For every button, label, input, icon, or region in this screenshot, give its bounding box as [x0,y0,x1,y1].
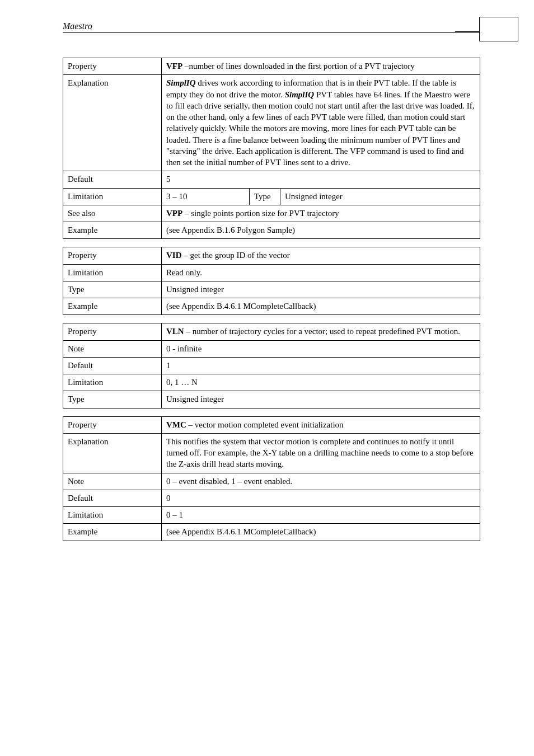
property-desc: –number of lines downloaded in the first… [182,62,415,71]
table-vfp: Property VFP –number of lines downloaded… [63,58,480,239]
row-value: 5 [162,171,480,188]
table-row: Limitation 0, 1 … N [63,374,480,391]
product-name: SimplIQ [285,90,315,99]
row-label: Property [63,247,162,264]
table-row: Type Unsigned integer [63,391,480,408]
row-label: Example [63,298,162,315]
row-value: Unsigned integer [162,391,480,408]
see-also-name: VPP [166,209,182,218]
row-value: 0 [162,490,480,506]
row-label: Property [63,58,162,75]
row-label: Explanation [63,433,162,473]
property-name: VMC [166,420,186,429]
row-label: Property [63,323,162,340]
row-label: Type [63,391,162,408]
table-row: Property VMC – vector motion completed e… [63,416,480,433]
row-value: VMC – vector motion completed event init… [162,416,480,433]
table-row: Default 5 [63,171,480,188]
row-label: Type [63,281,162,298]
table-row: Limitation Read only. [63,264,480,281]
property-name: VLN [166,327,184,336]
row-label: Limitation [63,374,162,391]
table-row: Note 0 - infinite [63,340,480,357]
row-value: Read only. [162,264,480,281]
table-row: Example (see Appendix B.1.6 Polygon Samp… [63,222,480,239]
table-row: See also VPP – single points portion siz… [63,205,480,222]
table-vln: Property VLN – number of trajectory cycl… [63,323,480,408]
row-label: Limitation [63,264,162,281]
row-value: (see Appendix B.1.6 Polygon Sample) [162,222,480,239]
row-value: (see Appendix B.4.6.1 MCompleteCallback) [162,524,480,541]
property-desc: – number of trajectory cycles for a vect… [184,327,460,336]
explanation-text: PVT tables have 64 lines. If the Maestro… [166,90,475,167]
row-label: Note [63,473,162,490]
row-value: SimplIQ drives work according to informa… [162,75,480,171]
row-value: 0 – event disabled, 1 – event enabled. [162,473,480,490]
type-value: Unsigned integer [280,188,480,205]
table-row: Property VID – get the group ID of the v… [63,247,480,264]
row-value: 0 - infinite [162,340,480,357]
row-label: Property [63,416,162,433]
table-row: Example (see Appendix B.4.6.1 MCompleteC… [63,524,480,541]
row-label: Default [63,490,162,506]
row-label: Default [63,171,162,188]
row-label: Limitation [63,188,162,205]
property-desc: – vector motion completed event initiali… [186,420,344,429]
product-name: SimplIQ [166,78,196,87]
table-row: Property VLN – number of trajectory cycl… [63,323,480,340]
row-label: Example [63,524,162,541]
row-value: VFP –number of lines downloaded in the f… [162,58,480,75]
property-desc: – get the group ID of the vector [182,251,290,260]
row-value: 1 [162,357,480,374]
table-row: Limitation 3 – 10 Type Unsigned integer [63,188,480,205]
row-value: VLN – number of trajectory cycles for a … [162,323,480,340]
row-label: Explanation [63,75,162,171]
table-vmc: Property VMC – vector motion completed e… [63,416,480,541]
table-row: Type Unsigned integer [63,281,480,298]
row-value: Unsigned integer [162,281,480,298]
table-row: Limitation 0 – 1 [63,507,480,524]
table-row: Example (see Appendix B.4.6.1 MCompleteC… [63,298,480,315]
row-label: Note [63,340,162,357]
page-number-frame [479,17,518,41]
row-label: Example [63,222,162,239]
page-header-title: Maestro [63,21,480,31]
row-label: Default [63,357,162,374]
row-value: 0, 1 … N [162,374,480,391]
table-vid: Property VID – get the group ID of the v… [63,247,480,315]
table-row: Default 1 [63,357,480,374]
row-value: VID – get the group ID of the vector [162,247,480,264]
header-rule [63,32,480,33]
row-label: Limitation [63,507,162,524]
property-name: VFP [166,62,182,71]
row-value: VPP – single points portion size for PVT… [162,205,480,222]
table-row: Explanation SimplIQ drives work accordin… [63,75,480,171]
table-row: Default 0 [63,490,480,506]
row-value: This notifies the system that vector mot… [162,433,480,473]
table-row: Note 0 – event disabled, 1 – event enabl… [63,473,480,490]
type-label: Type [249,188,280,205]
property-name: VID [166,251,182,260]
table-row: Explanation This notifies the system tha… [63,433,480,473]
row-label: See also [63,205,162,222]
row-value: (see Appendix B.4.6.1 MCompleteCallback) [162,298,480,315]
limitation-value: 3 – 10 [162,188,250,205]
row-value: 0 – 1 [162,507,480,524]
see-also-desc: – single points portion size for PVT tra… [182,209,339,218]
table-row: Property VFP –number of lines downloaded… [63,58,480,75]
